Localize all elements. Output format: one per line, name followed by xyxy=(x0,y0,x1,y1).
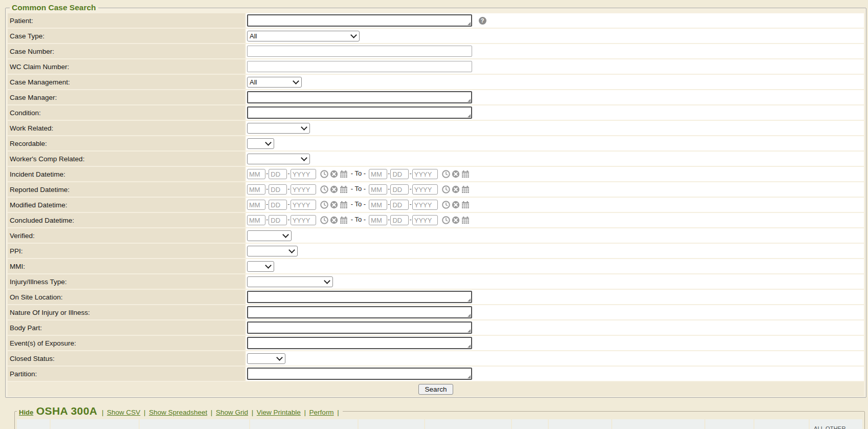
form-row-recordable: Recordable: xyxy=(8,136,864,151)
verified-select[interactable] xyxy=(247,230,292,241)
search-button[interactable]: Search xyxy=(418,384,454,395)
view-printable-link[interactable]: View Printable xyxy=(257,409,301,416)
show-grid-link[interactable]: Show Grid xyxy=(216,409,248,416)
reported-from-month-input[interactable] xyxy=(247,184,265,195)
recordable-select[interactable] xyxy=(247,138,274,149)
form-row-case-type: Case Type: All xyxy=(8,29,864,43)
clear-icon[interactable] xyxy=(330,216,338,224)
help-icon[interactable]: ? xyxy=(479,17,486,25)
form-row-nature-of-injury: Nature Of Injury or Illness: xyxy=(8,305,864,319)
case-management-select[interactable]: All xyxy=(247,77,302,88)
form-row-ppi: PPI: xyxy=(8,244,864,258)
nature-of-injury-label: Nature Of Injury or Illness: xyxy=(8,305,245,319)
clock-icon[interactable] xyxy=(320,185,328,194)
verified-label: Verified: xyxy=(8,228,245,243)
ppi-select[interactable] xyxy=(247,246,298,256)
perform-link[interactable]: Perform xyxy=(309,409,334,416)
concluded-to-year-input[interactable] xyxy=(412,215,438,225)
calendar-icon[interactable] xyxy=(340,185,348,194)
col-incidents-days-away: INCIDENTS W/ DAYS AWAY xyxy=(51,419,139,429)
clock-icon[interactable] xyxy=(442,185,450,194)
concluded-to-month-input[interactable] xyxy=(369,215,387,225)
concluded-from-year-input[interactable] xyxy=(291,215,316,225)
col-poisonings: POISONINGS xyxy=(705,419,753,429)
clear-icon[interactable] xyxy=(452,201,460,209)
closed-status-select[interactable] xyxy=(247,353,285,364)
events-of-exposure-label: Event(s) of Exposure: xyxy=(8,336,245,350)
reported-from-year-input[interactable] xyxy=(291,184,316,195)
clear-icon[interactable] xyxy=(452,170,460,178)
reported-to-day-input[interactable] xyxy=(390,184,409,195)
recordable-label: Recordable: xyxy=(8,136,245,151)
concluded-to-day-input[interactable] xyxy=(390,215,409,225)
show-csv-link[interactable]: Show CSV xyxy=(107,409,140,416)
clear-icon[interactable] xyxy=(330,170,338,178)
form-row-on-site-location: On Site Location: xyxy=(8,290,864,304)
on-site-location-input[interactable] xyxy=(247,291,472,303)
modified-to-year-input[interactable] xyxy=(412,200,438,210)
mmi-select[interactable] xyxy=(247,261,274,272)
work-related-select[interactable] xyxy=(247,123,310,134)
workers-comp-related-select[interactable] xyxy=(247,154,310,164)
modified-to-day-input[interactable] xyxy=(390,200,409,210)
modified-from-month-input[interactable] xyxy=(247,200,265,210)
form-row-workers-comp-related: Worker's Comp Related: xyxy=(8,152,864,166)
calendar-icon[interactable] xyxy=(340,201,348,209)
calendar-icon[interactable] xyxy=(461,216,470,224)
form-row-injury-illness-type: Injury/Illness Type: xyxy=(8,274,864,289)
clear-icon[interactable] xyxy=(452,216,460,224)
events-of-exposure-input[interactable] xyxy=(247,337,472,349)
incident-from-day-input[interactable] xyxy=(269,169,287,179)
reported-to-year-input[interactable] xyxy=(412,184,438,195)
calendar-icon[interactable] xyxy=(461,201,470,209)
concluded-from-month-input[interactable] xyxy=(247,215,265,225)
col-injuries: INJURIES xyxy=(512,419,548,429)
patient-input[interactable] xyxy=(247,14,472,27)
nature-of-injury-input[interactable] xyxy=(247,306,472,318)
reported-from-day-input[interactable] xyxy=(269,184,287,195)
modified-to-month-input[interactable] xyxy=(369,200,387,210)
clock-icon[interactable] xyxy=(442,216,450,224)
wc-claim-number-label: WC Claim Number: xyxy=(8,59,245,74)
body-part-input[interactable] xyxy=(247,321,472,334)
range-separator: - To - xyxy=(351,185,366,192)
wc-claim-number-input[interactable] xyxy=(247,61,472,72)
calendar-icon[interactable] xyxy=(461,185,470,194)
incident-to-year-input[interactable] xyxy=(412,169,438,179)
clear-icon[interactable] xyxy=(330,201,338,209)
case-manager-input[interactable] xyxy=(247,91,472,103)
on-site-location-label: On Site Location: xyxy=(8,290,245,304)
modified-from-day-input[interactable] xyxy=(269,200,287,210)
concluded-from-day-input[interactable] xyxy=(269,215,287,225)
modified-from-year-input[interactable] xyxy=(291,200,316,210)
partition-input[interactable] xyxy=(247,368,472,380)
clear-icon[interactable] xyxy=(330,185,338,194)
form-row-reported-datetime: Reported Datetime: --- To --- xyxy=(8,182,864,197)
closed-status-label: Closed Status: xyxy=(8,351,245,366)
clear-icon[interactable] xyxy=(452,185,460,194)
search-form-table: Patient: ? Case Type: All Case Number: W… xyxy=(7,12,865,397)
incident-from-month-input[interactable] xyxy=(247,169,265,179)
hide-link[interactable]: Hide xyxy=(19,409,33,416)
calendar-icon[interactable] xyxy=(461,170,470,178)
case-type-select[interactable]: All xyxy=(247,31,360,41)
show-spreadsheet-link[interactable]: Show Spreadsheet xyxy=(149,409,207,416)
incident-from-year-input[interactable] xyxy=(291,169,316,179)
condition-input[interactable] xyxy=(247,106,472,119)
case-number-input[interactable] xyxy=(247,46,472,57)
calendar-icon[interactable] xyxy=(340,216,348,224)
clock-icon[interactable] xyxy=(320,201,328,209)
clock-icon[interactable] xyxy=(320,216,328,224)
injury-illness-type-select[interactable] xyxy=(247,276,333,287)
form-row-case-number: Case Number: xyxy=(8,44,864,58)
incident-to-month-input[interactable] xyxy=(369,169,387,179)
clock-icon[interactable] xyxy=(442,201,450,209)
calendar-icon[interactable] xyxy=(340,170,348,178)
clock-icon[interactable] xyxy=(320,170,328,178)
incident-to-day-input[interactable] xyxy=(390,169,409,179)
clock-icon[interactable] xyxy=(442,170,450,178)
reported-to-month-input[interactable] xyxy=(369,184,387,195)
form-row-search: Search xyxy=(8,382,864,396)
resize-grip-icon xyxy=(468,345,471,348)
common-case-search-section: Common Case Search Patient: ? Case Type:… xyxy=(5,3,866,398)
